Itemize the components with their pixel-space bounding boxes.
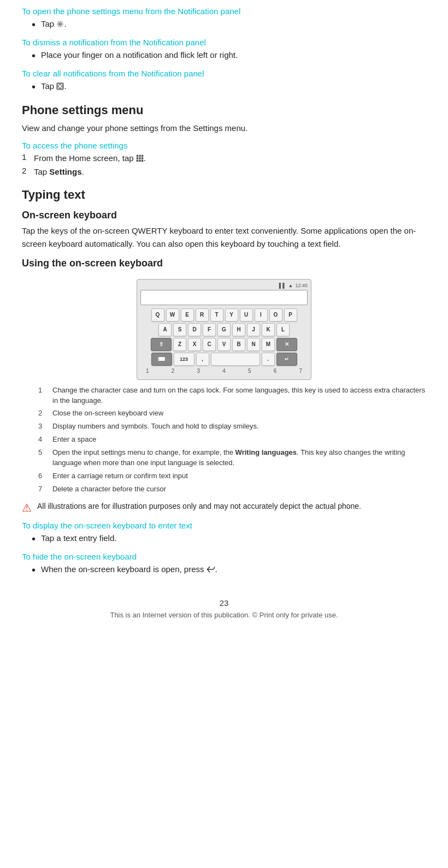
bullet-dot-2: • xyxy=(32,49,36,62)
key-backspace: ✕ xyxy=(276,338,297,351)
legend-row-7: 7 Delete a character before the cursor xyxy=(38,484,432,495)
bullet-open-settings: • Tap . xyxy=(32,18,426,31)
bullet-dismiss: • Place your finger on a notification an… xyxy=(32,49,426,62)
settings-icon xyxy=(56,20,64,28)
warning-box: ⚠ All illustrations are for illustration… xyxy=(22,501,426,514)
warning-text: All illustrations are for illustration p… xyxy=(37,501,361,512)
legend-num-6: 6 xyxy=(38,471,52,481)
bullet-display-keyboard: • Tap a text entry field. xyxy=(32,532,426,545)
legend-row-2: 2 Close the on-screen keyboard view xyxy=(38,408,432,419)
kb-callout-numbers: 1 2 3 4 5 6 7 xyxy=(140,368,308,374)
key-d: D xyxy=(188,323,201,336)
step-2: 2 Tap Settings. xyxy=(22,166,426,179)
legend-text-1: Change the character case and turn on th… xyxy=(52,385,432,406)
legend-row-4: 4 Enter a space xyxy=(38,435,432,445)
key-j: J xyxy=(247,323,260,336)
key-n: N xyxy=(247,338,260,351)
svg-rect-11 xyxy=(139,160,141,162)
kb-row-2: A S D F G H J K L xyxy=(140,323,308,336)
svg-rect-7 xyxy=(136,158,138,160)
onscreen-keyboard-body: Tap the keys of the on-screen QWERTY key… xyxy=(22,224,426,250)
keyboard-legend: 1 Change the character case and turn on … xyxy=(38,385,432,495)
kb-text-input xyxy=(140,290,308,305)
legend-text-4: Enter a space xyxy=(52,435,96,445)
step-2-num: 2 xyxy=(22,166,34,175)
key-keyboard-hide: ⌨ xyxy=(151,353,172,366)
key-b: B xyxy=(232,338,245,351)
svg-rect-5 xyxy=(139,155,141,157)
legend-num-3: 3 xyxy=(38,421,52,432)
kb-status-bar: ▌▌ ▲ 12:45 xyxy=(140,283,308,288)
bullet-dot-3: • xyxy=(32,80,36,93)
bullet-dot-4: • xyxy=(32,532,36,545)
time-display: 12:45 xyxy=(295,283,308,288)
key-y: Y xyxy=(225,308,238,322)
callout-5: 5 xyxy=(248,368,251,374)
using-keyboard-heading: Using the on-screen keyboard xyxy=(22,258,426,269)
key-o: O xyxy=(269,308,282,322)
step-1-num: 1 xyxy=(22,152,34,162)
legend-num-4: 4 xyxy=(38,435,52,445)
key-u: U xyxy=(240,308,253,322)
cyan-heading-clear: To clear all notifications from the Noti… xyxy=(22,69,426,78)
bullet-clear: • Tap . xyxy=(32,80,426,93)
bullet-display-keyboard-text: Tap a text entry field. xyxy=(41,532,116,545)
legend-text-5: Open the input settings menu to change, … xyxy=(52,448,432,468)
key-x: X xyxy=(188,338,201,351)
legend-text-6: Enter a carriage return or confirm text … xyxy=(52,471,188,481)
svg-point-0 xyxy=(59,23,61,25)
svg-rect-6 xyxy=(142,155,144,157)
kb-row-3: ⇧ Z X C V B N M ✕ xyxy=(140,338,308,351)
back-icon xyxy=(207,566,215,573)
legend-row-3: 3 Display numbers and symbols. Touch and… xyxy=(38,421,432,432)
bullet-dot: • xyxy=(32,18,36,31)
access-steps-list: 1 From the Home screen, tap . 2 Tap Sett… xyxy=(22,152,426,178)
step-2-text: Tap Settings. xyxy=(34,166,84,179)
callout-4: 4 xyxy=(222,368,226,374)
cyan-heading-display-keyboard: To display the on-screen keyboard to ent… xyxy=(22,521,426,530)
typing-text-heading: Typing text xyxy=(22,188,426,202)
keyboard-image: ▌▌ ▲ 12:45 Q W E R T Y U I O P A S D F G… xyxy=(137,279,311,380)
bullet-hide-keyboard: • When the on-screen keyboard is open, p… xyxy=(32,563,426,576)
key-q: Q xyxy=(151,308,164,322)
copyright-text: This is an Internet version of this publ… xyxy=(22,611,426,619)
key-period: . xyxy=(262,353,275,366)
keyboard-diagram: ▌▌ ▲ 12:45 Q W E R T Y U I O P A S D F G… xyxy=(22,279,426,380)
svg-rect-9 xyxy=(142,158,144,160)
svg-rect-4 xyxy=(136,155,138,157)
cyan-heading-access-settings: To access the phone settings xyxy=(22,141,426,150)
legend-row-1: 1 Change the character case and turn on … xyxy=(38,385,432,406)
bullet-open-settings-text: Tap . xyxy=(41,18,67,31)
key-123: 123 xyxy=(174,353,194,366)
legend-text-2: Close the on-screen keyboard view xyxy=(52,408,163,419)
key-g: G xyxy=(217,323,231,336)
key-a: A xyxy=(158,323,172,336)
key-space xyxy=(211,353,260,366)
key-c: C xyxy=(203,338,216,351)
onscreen-keyboard-heading: On-screen keyboard xyxy=(22,210,426,221)
key-r: R xyxy=(196,308,209,322)
key-l: L xyxy=(276,323,290,336)
legend-row-6: 6 Enter a carriage return or confirm tex… xyxy=(38,471,432,481)
legend-num-5: 5 xyxy=(38,448,52,458)
bullet-clear-text: Tap . xyxy=(41,80,67,93)
key-enter: ↵ xyxy=(276,353,297,366)
kb-row-4: ⌨ 123 , . ↵ xyxy=(140,353,308,366)
key-comma: , xyxy=(196,353,209,366)
phone-settings-heading: Phone settings menu xyxy=(22,103,426,117)
phone-settings-body: View and change your phone settings from… xyxy=(22,122,426,134)
legend-num-1: 1 xyxy=(38,385,52,396)
key-f: F xyxy=(203,323,216,336)
svg-rect-10 xyxy=(136,160,138,162)
warning-icon: ⚠ xyxy=(22,501,33,514)
key-p: P xyxy=(284,308,297,322)
key-t: T xyxy=(210,308,223,322)
bullet-hide-keyboard-text: When the on-screen keyboard is open, pre… xyxy=(41,563,217,576)
callout-2: 2 xyxy=(172,368,175,374)
step-1-text: From the Home screen, tap . xyxy=(34,152,146,165)
cyan-heading-hide-keyboard: To hide the on-screen keyboard xyxy=(22,552,426,561)
key-v: V xyxy=(217,338,231,351)
key-shift: ⇧ xyxy=(151,338,172,351)
svg-rect-8 xyxy=(139,158,141,160)
legend-row-5: 5 Open the input settings menu to change… xyxy=(38,448,432,468)
